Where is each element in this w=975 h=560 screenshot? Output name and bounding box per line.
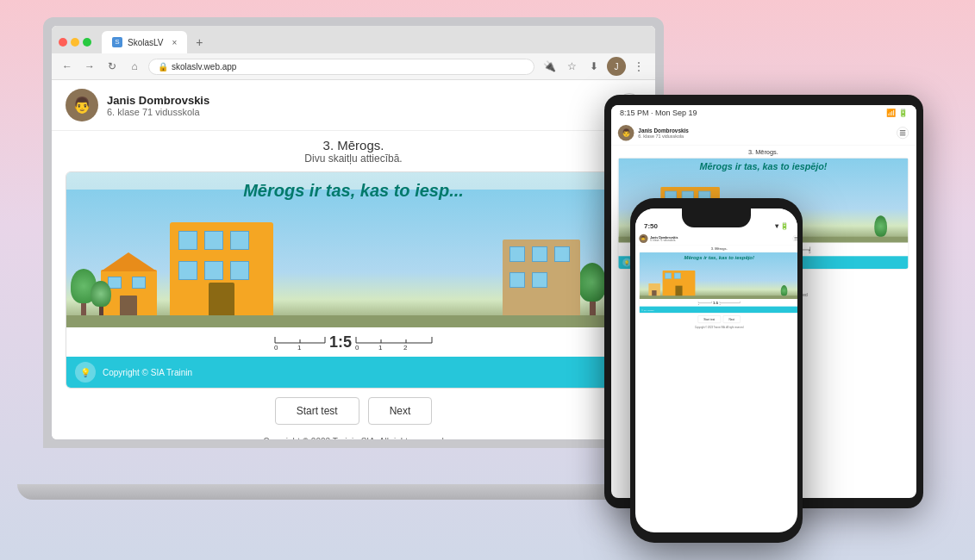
user-details: Janis Dombrovskis 6. klase 71 vidusskola <box>107 94 209 117</box>
lesson-subtitle: Divu skaitļu attiecībā. <box>59 152 648 165</box>
left-ruler: 0 1 <box>274 333 326 352</box>
svg-text:1: 1 <box>297 344 302 352</box>
tablet-user-details: Janis Dombrovskis 6. klase 71 vidusskola <box>638 128 688 139</box>
content-copyright: Copyright © SIA Trainin <box>103 368 192 377</box>
page-content: 👨 Janis Dombrovskis 6. klase 71 vidussko… <box>52 80 655 439</box>
house-door <box>120 296 137 317</box>
tablet-statusbar: 8:15 PM · Mon Sep 19 📶 🔋 <box>611 105 916 121</box>
content-card: Mērogs ir tas, kas to iesp... <box>66 171 641 389</box>
building-window-1 <box>178 231 197 250</box>
start-test-button[interactable]: Start test <box>275 397 359 425</box>
avatar: 👨 <box>66 89 98 121</box>
phone-page-footer: Copyright © 2023 Trainin SIA. All right … <box>635 326 797 330</box>
close-window-button[interactable] <box>59 38 67 47</box>
phone-footer-bar: © SIA Trainin <box>640 307 797 314</box>
illustration-scene <box>66 190 641 327</box>
svg-text:1: 1 <box>378 344 383 352</box>
svg-text:2: 2 <box>403 344 408 352</box>
profile-button[interactable]: J <box>607 57 626 76</box>
svg-text:0: 0 <box>274 344 278 352</box>
phone-status-icons: ▾ 🔋 <box>775 222 789 230</box>
refresh-button[interactable]: ↻ <box>103 58 121 75</box>
download-button[interactable]: ⬇ <box>584 57 603 76</box>
main-building <box>170 222 273 317</box>
tablet-avatar: 👨 <box>618 125 634 141</box>
building-window-5 <box>204 261 223 280</box>
url-text: skolaslv.web.app <box>172 62 236 72</box>
home-button[interactable]: ⌂ <box>126 58 143 75</box>
bookmark-button[interactable]: ☆ <box>562 57 581 76</box>
phone-screen: 7:50 ▾ 🔋 👨 Janis Dombrovskis 6. klase 71… <box>635 208 797 532</box>
phone-ratio: 1:5 <box>713 301 718 305</box>
browser-action-buttons: 🔌 ☆ ⬇ J ⋮ <box>540 57 648 76</box>
minimize-window-button[interactable] <box>71 38 79 47</box>
phone-avatar: 👨 <box>639 234 647 243</box>
phone-lesson-title: 3. Mērogs. <box>635 246 797 252</box>
tablet-tree <box>874 215 887 237</box>
browser-chrome: S SkolasLV × + ← → ↻ ⌂ 🔒 skolaslv.web.ap… <box>52 26 655 80</box>
page-footer: Copyright © 2023 Trainin SIA. All right … <box>52 433 655 439</box>
side-building-window-4 <box>509 272 525 288</box>
phone-left-ruler: 0 <box>698 300 712 305</box>
phone-next-button[interactable]: Next <box>723 315 741 323</box>
tablet-user-header: 👨 Janis Dombrovskis 6. klase 71 vidussko… <box>611 121 916 146</box>
phone-buttons: Start test Next <box>635 314 797 326</box>
ruler-section: 0 1 1:5 0 1 2 <box>66 327 641 357</box>
phone-scaled-content: 👨 Janis Dombrovskis 6. klase 71 vidussko… <box>635 232 797 330</box>
user-info: 👨 Janis Dombrovskis 6. klase 71 vidussko… <box>66 89 209 121</box>
phone-device: 7:50 ▾ 🔋 👨 Janis Dombrovskis 6. klase 71… <box>630 198 803 543</box>
tab-favicon: S <box>112 37 122 47</box>
phone-content: 👨 Janis Dombrovskis 6. klase 71 vidussko… <box>635 232 797 532</box>
phone-start-test-button[interactable]: Start test <box>698 315 721 323</box>
pb-win1 <box>665 273 672 279</box>
building-window-4 <box>178 261 197 280</box>
side-building-window-1 <box>509 246 525 262</box>
tree-foliage <box>578 263 606 302</box>
forward-button[interactable]: → <box>81 58 98 75</box>
user-header: 👨 Janis Dombrovskis 6. klase 71 vidussko… <box>52 80 655 131</box>
phone-user-class: 6. klase 71 vidusskola <box>650 239 678 241</box>
address-bar[interactable]: 🔒 skolaslv.web.app <box>148 59 534 75</box>
phone-hamburger-icon <box>794 237 797 240</box>
side-building-window-5 <box>532 272 547 288</box>
laptop-base <box>17 484 690 500</box>
phone-menu-button[interactable] <box>793 235 797 242</box>
tablet-user-class: 6. klase 71 vidusskola <box>638 134 688 139</box>
more-options-button[interactable]: ⋮ <box>629 57 648 76</box>
laptop-device: S SkolasLV × + ← → ↻ ⌂ 🔒 skolaslv.web.ap… <box>43 17 690 500</box>
lesson-heading: 3. Mērogs. <box>59 138 648 152</box>
right-ruler: 0 1 2 <box>355 333 433 352</box>
content-overlay-text: Mērogs ir tas, kas to iesp... <box>66 181 641 201</box>
tablet-menu-button[interactable] <box>897 127 909 139</box>
phone-visual: Mērogs ir tas, kas to iespējo! <box>640 252 797 299</box>
building-window-2 <box>204 231 223 250</box>
user-name: Janis Dombrovskis <box>107 94 209 107</box>
phone-lesson-heading: 3. Mērogs. <box>637 247 797 252</box>
extensions-button[interactable]: 🔌 <box>540 57 559 76</box>
side-building <box>503 240 580 317</box>
svg-text:5: 5 <box>809 250 810 254</box>
house-window-2 <box>132 277 146 289</box>
svg-text:0: 0 <box>355 344 359 352</box>
ground <box>66 315 641 327</box>
tree-right-1 <box>578 263 606 317</box>
phone-user-header: 👨 Janis Dombrovskis 6. klase 71 vidussko… <box>635 232 797 246</box>
maximize-window-button[interactable] <box>83 38 91 47</box>
phone-right-ruler: 0 <box>719 300 740 305</box>
action-buttons: Start test Next <box>52 389 655 433</box>
tree-left-2 <box>91 281 111 317</box>
next-button[interactable]: Next <box>368 397 433 425</box>
phone-content-card: Mērogs ir tas, kas to iespējo! <box>639 252 797 314</box>
browser-tab-active[interactable]: S SkolasLV × <box>102 31 187 53</box>
phone-ground <box>640 296 797 299</box>
phone-footer-text: © SIA Trainin <box>641 309 653 312</box>
pb-win2 <box>674 273 681 279</box>
copyright-icon: 💡 <box>75 362 96 383</box>
tab-close-button[interactable]: × <box>172 38 178 47</box>
new-tab-button[interactable]: + <box>191 34 208 51</box>
laptop-screen: S SkolasLV × + ← → ↻ ⌂ 🔒 skolaslv.web.ap… <box>52 26 655 439</box>
phone-notch <box>682 208 751 227</box>
tablet-overlay-text: Mērogs ir tas, kas to iespējo! <box>618 162 908 173</box>
browser-navigation: ← → ↻ ⌂ 🔒 skolaslv.web.app 🔌 ☆ ⬇ J ⋮ <box>52 53 655 79</box>
back-button[interactable]: ← <box>59 58 76 75</box>
